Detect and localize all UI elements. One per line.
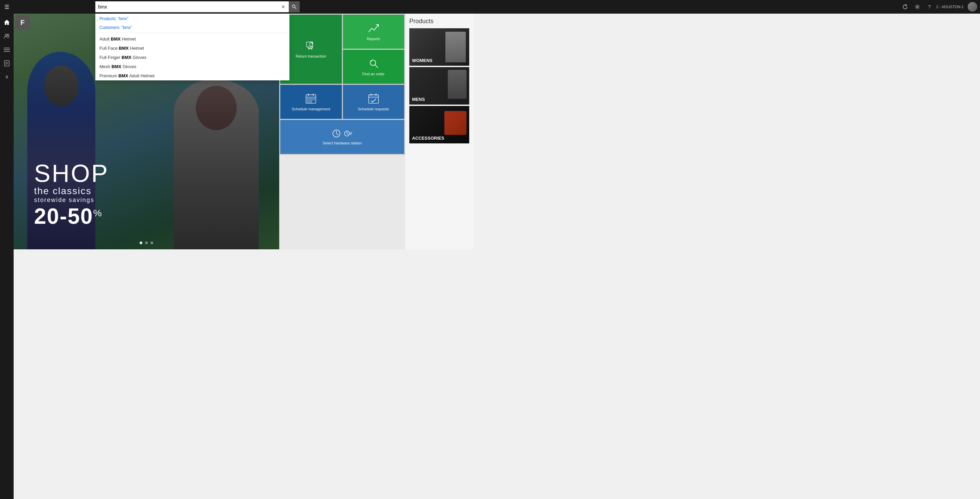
sidebar: 0	[0, 14, 14, 249]
svg-rect-25	[310, 101, 312, 102]
hamburger-icon: ☰	[5, 4, 9, 10]
womens-label: WOMENS	[412, 58, 433, 63]
products-query: "bmx"	[118, 16, 128, 21]
search-clear-button[interactable]: ✕	[278, 2, 289, 12]
svg-rect-22	[310, 99, 312, 100]
sidebar-item-customers[interactable]	[1, 30, 13, 42]
search-input[interactable]	[95, 2, 300, 12]
search-icon	[292, 5, 297, 9]
svg-point-15	[370, 60, 375, 65]
hero-shop-text: SHOP	[34, 161, 109, 186]
svg-rect-24	[307, 101, 309, 102]
search-result-4[interactable]: Mesh BMX Gloves	[95, 62, 290, 71]
hero-classics-text: the classics	[34, 186, 109, 196]
accessories-label: ACCESSORIES	[412, 136, 444, 141]
svg-point-3	[5, 34, 7, 36]
search-submit-button[interactable]	[289, 2, 300, 12]
hero-dot-1[interactable]	[140, 241, 142, 244]
sidebar-item-menu[interactable]	[1, 44, 13, 56]
clock-icon-1	[331, 128, 342, 139]
search-result-1[interactable]: Adult BMX Helmet	[95, 34, 290, 44]
find-order-tile[interactable]: Find an order	[343, 50, 404, 84]
svg-rect-21	[307, 99, 309, 100]
f-logo: F	[15, 15, 30, 30]
orders-icon	[4, 60, 10, 67]
tiles-panel: Return transaction Reports Find an order	[279, 14, 405, 249]
svg-rect-26	[368, 95, 378, 103]
search-divider-1	[95, 33, 290, 33]
search-category-products[interactable]: Products: "bmx"	[95, 14, 290, 22]
products-prefix: Products:	[99, 16, 118, 21]
schedule-requests-tile[interactable]: Schedule requests	[343, 85, 404, 119]
select-hardware-station-tile[interactable]: Select hardware station	[280, 120, 404, 154]
schedule-management-tile[interactable]: Schedule management	[280, 85, 342, 119]
sidebar-item-home[interactable]	[1, 16, 13, 29]
svg-line-35	[347, 134, 349, 134]
product-card-mens[interactable]: MENS	[409, 67, 469, 105]
person-right	[173, 79, 259, 249]
customers-prefix: Customers:	[99, 25, 122, 30]
search-container: ✕	[95, 2, 300, 12]
hamburger-button[interactable]: ☰	[0, 0, 14, 14]
topbar: ☰ ✕ ? 2	[0, 0, 490, 14]
svg-point-4	[8, 34, 9, 35]
cart-return-icon	[305, 40, 317, 52]
svg-line-32	[336, 134, 339, 135]
schedule-management-label: Schedule management	[292, 107, 330, 112]
customers-icon	[4, 33, 10, 39]
search-result-2[interactable]: Full Face BMX Helmet	[95, 44, 290, 53]
hardware-station-icons	[331, 128, 353, 139]
reports-tile[interactable]: Reports	[343, 14, 404, 49]
home-icon	[4, 19, 10, 26]
products-panel: Products WOMENS MENS ACCESSORIES	[405, 14, 473, 249]
hero-carousel-dots	[140, 241, 153, 244]
product-card-womens[interactable]: WOMENS	[409, 28, 469, 66]
reports-icon	[368, 22, 380, 34]
search-dropdown: Products: "bmx" Customers: "bmx" Adult B…	[95, 14, 290, 80]
reports-label: Reports	[367, 37, 380, 41]
hero-dot-2[interactable]	[145, 241, 148, 244]
select-hardware-station-label: Select hardware station	[323, 141, 362, 145]
search-result-3[interactable]: Full Finger BMX Gloves	[95, 53, 290, 62]
find-order-icon	[368, 57, 380, 70]
search-category-customers[interactable]: Customers: "bmx"	[95, 22, 290, 31]
schedule-requests-icon	[368, 92, 380, 105]
mens-label: MENS	[412, 97, 425, 102]
svg-point-13	[309, 48, 310, 50]
return-transaction-label: Return transaction	[296, 54, 326, 59]
svg-line-16	[375, 65, 378, 67]
search-result-5[interactable]: Premium BMX Adult Helmet	[95, 71, 290, 80]
return-transaction-tile[interactable]: Return transaction	[280, 14, 342, 84]
products-title: Products	[409, 18, 469, 25]
svg-line-1	[295, 8, 296, 9]
hero-discount-text: 20-50%	[34, 204, 109, 229]
cart-count: 0	[6, 75, 8, 79]
customers-query: "bmx"	[122, 25, 132, 30]
menu-icon	[4, 47, 10, 52]
schedule-requests-label: Schedule requests	[358, 107, 389, 112]
find-order-label: Find an order	[362, 72, 385, 76]
hero-storewide-text: storewide savings	[34, 196, 109, 204]
schedule-management-icon	[305, 92, 317, 105]
svg-point-0	[293, 5, 295, 8]
clock-list-icon	[343, 128, 353, 139]
hero-text: SHOP the classics storewide savings 20-5…	[34, 161, 109, 229]
product-card-accessories[interactable]: ACCESSORIES	[409, 106, 469, 143]
search-icons: ✕	[278, 2, 300, 12]
svg-rect-23	[313, 99, 315, 100]
svg-rect-17	[306, 95, 316, 103]
sidebar-item-cart[interactable]: 0	[1, 71, 13, 83]
svg-point-14	[311, 48, 312, 50]
sidebar-item-orders[interactable]	[1, 57, 13, 70]
hero-dot-3[interactable]	[151, 241, 153, 244]
